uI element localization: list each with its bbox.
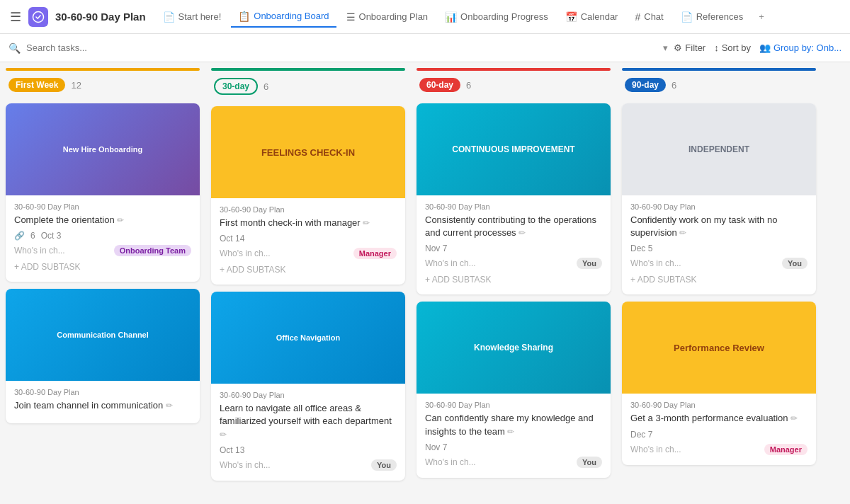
search-toolbar: 🔍 ▾ ⚙ Filter ↕ Sort by 👥 Group by: Onb..… bbox=[0, 34, 850, 62]
column-header: 90-day 6 bbox=[622, 72, 816, 98]
add-tab-button[interactable]: + bbox=[753, 8, 770, 25]
edit-icon[interactable]: ✏ bbox=[518, 228, 526, 238]
app-logo bbox=[28, 7, 48, 27]
start-here-icon: 📄 bbox=[163, 11, 175, 23]
card-date-meta: Oct 13 bbox=[220, 445, 397, 455]
card-title: Get a 3-month performance evaluation ✏ bbox=[630, 412, 808, 425]
edit-icon[interactable]: ✏ bbox=[117, 215, 124, 225]
tab-onboarding-board[interactable]: 📋 Onboarding Board bbox=[231, 6, 336, 28]
assignee-label: Who's in ch... bbox=[630, 258, 681, 268]
group-icon: 👥 bbox=[759, 42, 771, 53]
group-button[interactable]: 👥 Group by: Onb... bbox=[759, 42, 842, 53]
card-body: 30-60-90 Day Plan Join team channel in c… bbox=[6, 381, 200, 423]
column-label: 60-day bbox=[419, 78, 460, 92]
task-card[interactable]: Performance Review 30-60-90 Day Plan Get… bbox=[622, 302, 816, 464]
assignee-badge: Manager bbox=[353, 248, 397, 259]
tab-onboarding-progress[interactable]: 📊 Onboarding Progress bbox=[438, 7, 555, 27]
card-image: INDEPENDENT bbox=[622, 103, 816, 195]
card-date: Oct 13 bbox=[220, 445, 244, 455]
column-top-bar bbox=[6, 68, 200, 71]
card-body: 30-60-90 Day Plan Learn to navigate all … bbox=[211, 384, 405, 481]
add-subtask-button[interactable]: + ADD SUBTASK bbox=[14, 259, 191, 275]
onboarding-progress-icon: 📊 bbox=[445, 11, 457, 23]
column-label: 30-day bbox=[214, 78, 258, 95]
assignee-badge: You bbox=[577, 457, 602, 468]
column-label: 90-day bbox=[625, 78, 666, 92]
column-top-bar bbox=[211, 68, 405, 71]
add-subtask-button[interactable]: + ADD SUBTASK bbox=[425, 272, 602, 287]
edit-icon[interactable]: ✏ bbox=[790, 413, 798, 423]
task-card[interactable]: Office Navigation 30-60-90 Day Plan Lear… bbox=[211, 292, 405, 481]
search-dropdown-chevron[interactable]: ▾ bbox=[663, 42, 668, 53]
task-card[interactable]: New Hire Onboarding 30-60-90 Day Plan Co… bbox=[6, 103, 200, 282]
edit-icon[interactable]: ✏ bbox=[363, 218, 370, 228]
assignee-badge: Manager bbox=[764, 444, 808, 455]
card-body: 30-60-90 Day Plan Confidently work on my… bbox=[622, 195, 816, 294]
task-card[interactable]: Knowledge Sharing 30-60-90 Day Plan Can … bbox=[416, 302, 611, 477]
edit-icon[interactable]: ✏ bbox=[507, 427, 514, 437]
top-navigation: ☰ 30-60-90 Day Plan 📄 Start here! 📋 Onbo… bbox=[0, 0, 850, 34]
card-assignee: Who's in ch... You bbox=[425, 457, 602, 468]
toolbar-actions: ⚙ Filter ↕ Sort by 👥 Group by: Onb... bbox=[674, 42, 842, 53]
sort-button[interactable]: ↕ Sort by bbox=[714, 42, 751, 53]
card-body: 30-60-90 Day Plan Can confidently share … bbox=[416, 394, 611, 477]
edit-icon[interactable]: ✏ bbox=[220, 430, 227, 440]
add-subtask-button[interactable]: + ADD SUBTASK bbox=[220, 262, 397, 277]
card-date: Oct 3 bbox=[41, 231, 62, 241]
card-source: 30-60-90 Day Plan bbox=[220, 205, 397, 214]
task-card[interactable]: FEELINGS CHECK-IN 30-60-90 Day Plan Firs… bbox=[211, 106, 405, 285]
tab-references[interactable]: 📄 References bbox=[674, 7, 750, 27]
tab-calendar[interactable]: 📅 Calendar bbox=[558, 7, 625, 27]
card-source: 30-60-90 Day Plan bbox=[14, 202, 191, 211]
card-image: Performance Review bbox=[622, 302, 816, 394]
assignee-badge: Onboarding Team bbox=[114, 245, 191, 256]
card-body: 30-60-90 Day Plan First month check-in w… bbox=[211, 198, 405, 285]
card-body: 30-60-90 Day Plan Get a 3-month performa… bbox=[622, 394, 816, 464]
filter-icon: ⚙ bbox=[674, 42, 682, 53]
references-icon: 📄 bbox=[681, 11, 693, 23]
assignee-badge: You bbox=[371, 459, 397, 471]
column-count: 6 bbox=[466, 80, 471, 91]
task-card[interactable]: INDEPENDENT 30-60-90 Day Plan Confidentl… bbox=[622, 103, 816, 294]
svg-point-0 bbox=[33, 11, 44, 22]
card-date: Nov 7 bbox=[425, 244, 447, 253]
assignee-label: Who's in ch... bbox=[425, 258, 476, 268]
add-subtask-button[interactable]: + ADD SUBTASK bbox=[630, 272, 808, 287]
card-image: Office Navigation bbox=[211, 292, 405, 384]
card-assignee: Who's in ch... Manager bbox=[220, 248, 397, 259]
card-image: CONTINUOUS IMPROVEMENT bbox=[416, 103, 611, 195]
column-30-day: 30-day 6 FEELINGS CHECK-IN 30-60-90 Day … bbox=[205, 68, 411, 498]
tab-chat[interactable]: # Chat bbox=[628, 7, 670, 27]
card-source: 30-60-90 Day Plan bbox=[425, 401, 602, 409]
card-date-meta: Dec 7 bbox=[630, 430, 808, 440]
card-source: 30-60-90 Day Plan bbox=[630, 401, 808, 409]
task-card[interactable]: Communication Channel 30-60-90 Day Plan … bbox=[6, 289, 200, 423]
tab-start-here[interactable]: 📄 Start here! bbox=[156, 7, 229, 27]
card-source: 30-60-90 Day Plan bbox=[14, 388, 191, 396]
task-card[interactable]: CONTINUOUS IMPROVEMENT 30-60-90 Day Plan… bbox=[416, 103, 611, 294]
column-header: 60-day 6 bbox=[416, 72, 611, 98]
card-body: 30-60-90 Day Plan Complete the orientati… bbox=[6, 195, 200, 282]
app-title: 30-60-90 Day Plan bbox=[55, 11, 146, 23]
card-image: Knowledge Sharing bbox=[416, 302, 611, 394]
tab-onboarding-plan[interactable]: ☰ Onboarding Plan bbox=[339, 7, 436, 27]
card-date: Nov 7 bbox=[425, 442, 447, 452]
subtask-icon: 🔗 bbox=[14, 231, 25, 241]
card-assignee: Who's in ch... You bbox=[220, 459, 397, 471]
column-header: First Week 12 bbox=[6, 72, 200, 98]
calendar-icon: 📅 bbox=[565, 11, 577, 23]
card-date: Dec 7 bbox=[630, 430, 652, 440]
card-title: First month check-in with manager ✏ bbox=[220, 217, 397, 229]
edit-icon[interactable]: ✏ bbox=[679, 228, 686, 238]
hamburger-menu[interactable]: ☰ bbox=[6, 5, 26, 29]
card-date-meta: Nov 7 bbox=[425, 244, 602, 253]
subtask-count: 6 bbox=[30, 231, 35, 241]
filter-button[interactable]: ⚙ Filter bbox=[674, 42, 706, 53]
card-title: Can confidently share my knowledge and i… bbox=[425, 412, 602, 437]
assignee-badge: You bbox=[782, 258, 808, 269]
card-title: Consistently contributing to the operati… bbox=[425, 214, 602, 239]
card-image: New Hire Onboarding bbox=[6, 103, 200, 195]
column-count: 6 bbox=[264, 81, 268, 92]
edit-icon[interactable]: ✏ bbox=[166, 401, 173, 411]
search-input[interactable] bbox=[26, 42, 657, 53]
